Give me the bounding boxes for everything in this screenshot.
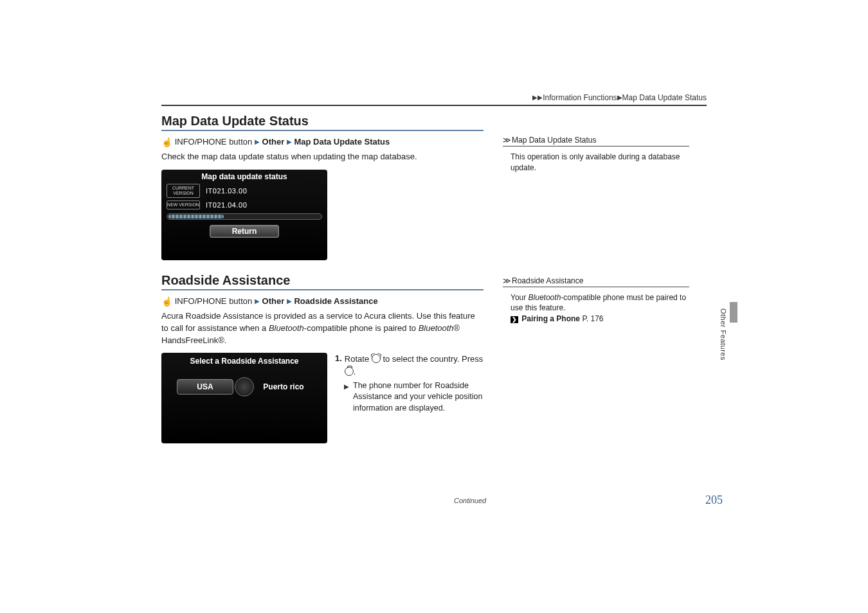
option-row: USA Puerto rico [165,377,323,396]
thumb-index-notch [730,302,737,323]
substep-text: The phone number for Roadside Assistance… [353,380,484,414]
rotate-dial-icon [372,354,381,363]
screenshot-roadside-select: Select a Roadside Assistance USA Puerto … [161,353,327,443]
note-body: Your Bluetooth-compatible phone must be … [503,291,689,324]
section-body: Acura Roadside Assistance is provided as… [161,310,484,347]
page-content: ▶▶Information Functions▶Map Data Update … [161,93,707,443]
note-body: This operation is only available during … [503,150,689,173]
info-phone-icon: ☝ [161,137,172,148]
step-number: 1. [335,353,342,377]
note-text-frag: Your [511,293,529,302]
step-1: 1. Rotate to select the country. Press . [335,353,484,377]
current-version-row: CURRENT VERSION IT021.03.00 [167,184,322,198]
note-chevron-icon: ≫ [503,276,509,285]
path-leaf-label: Roadside Assistance [294,296,377,306]
screenshot-map-data-update: Map data update status CURRENT VERSION I… [161,170,327,260]
link-page-ref: P. 176 [582,314,603,323]
path-button-label: INFO/PHONE button [175,296,253,306]
step-text-frag: to select the country. Press [381,354,483,364]
link-arrow-icon: ❯ [511,316,518,323]
progress-bar [167,213,322,220]
substep: ▶ The phone number for Roadside Assistan… [344,380,484,414]
path-other-label: Other [262,137,285,147]
breadcrumb: ▶▶Information Functions▶Map Data Update … [161,93,707,106]
new-version-label: NEW VERSION [167,200,200,209]
section-title-roadside: Roadside Assistance [161,273,484,290]
pairing-phone-link[interactable]: Pairing a Phone [521,314,580,323]
breadcrumb-triangle-icon: ▶ [538,94,543,101]
section-body: Check the map data update status when up… [161,151,484,163]
path-triangle-icon: ▶ [255,138,260,145]
breadcrumb-level-3: Map Data Update Status [622,93,707,102]
new-version-value: IT021.04.00 [206,201,247,209]
step-text-frag: Rotate [345,354,372,364]
breadcrumb-level-2: Information Functions [543,93,617,102]
breadcrumb-triangle-icon: ▶ [617,94,622,101]
path-button-label: INFO/PHONE button [175,137,253,147]
path-triangle-icon: ▶ [287,138,292,145]
path-triangle-icon: ▶ [255,298,260,305]
bluetooth-italic: Bluetooth [269,323,304,333]
nav-path: ☝ INFO/PHONE button ▶ Other ▶ Roadside A… [161,296,484,306]
main-column: Map Data Update Status ☝ INFO/PHONE butt… [161,114,484,443]
note-chevron-icon: ≫ [503,136,509,145]
note-divider [503,287,689,287]
note-divider [503,146,689,147]
section-tab-label: Other Features [719,308,727,360]
step-text-frag: . [354,367,356,377]
section-tab: Other Features [719,308,727,379]
substep-triangle-icon: ▶ [344,382,349,414]
progress-fill [168,215,224,218]
current-version-label: CURRENT VERSION [167,184,200,198]
note-title-map-data: ≫Map Data Update Status [503,136,689,146]
breadcrumb-triangle-icon: ▶ [532,94,538,101]
path-triangle-icon: ▶ [287,298,292,305]
option-puerto-rico[interactable]: Puerto rico [255,382,312,391]
bluetooth-italic: Bluetooth [529,293,561,302]
instructions: 1. Rotate to select the country. Press .… [335,353,484,414]
path-other-label: Other [262,296,285,306]
note-title-roadside: ≫Roadside Assistance [503,276,689,287]
step-text: Rotate to select the country. Press . [345,353,484,377]
dial-icon [235,377,254,396]
info-phone-icon: ☝ [161,296,172,307]
screen-title: Map data update status [165,172,323,181]
screen-title: Select a Roadside Assistance [165,357,323,366]
page-number: 205 [705,493,723,507]
bluetooth-italic: Bluetooth [419,323,454,333]
new-version-row: NEW VERSION IT021.04.00 [167,200,322,209]
note-title-text: Map Data Update Status [512,136,596,145]
return-button[interactable]: Return [210,225,279,238]
note-title-text: Roadside Assistance [512,276,583,285]
continued-label: Continued [454,497,486,504]
section-title-map-data: Map Data Update Status [161,114,484,131]
side-notes-column: ≫Map Data Update Status This operation i… [503,114,689,443]
press-dial-icon [345,367,354,376]
nav-path: ☝ INFO/PHONE button ▶ Other ▶ Map Data U… [161,136,484,147]
body-text-frag: -compatible phone is paired to [304,323,419,333]
current-version-value: IT021.03.00 [206,187,247,195]
path-leaf-label: Map Data Update Status [294,137,390,147]
option-usa[interactable]: USA [177,379,233,395]
